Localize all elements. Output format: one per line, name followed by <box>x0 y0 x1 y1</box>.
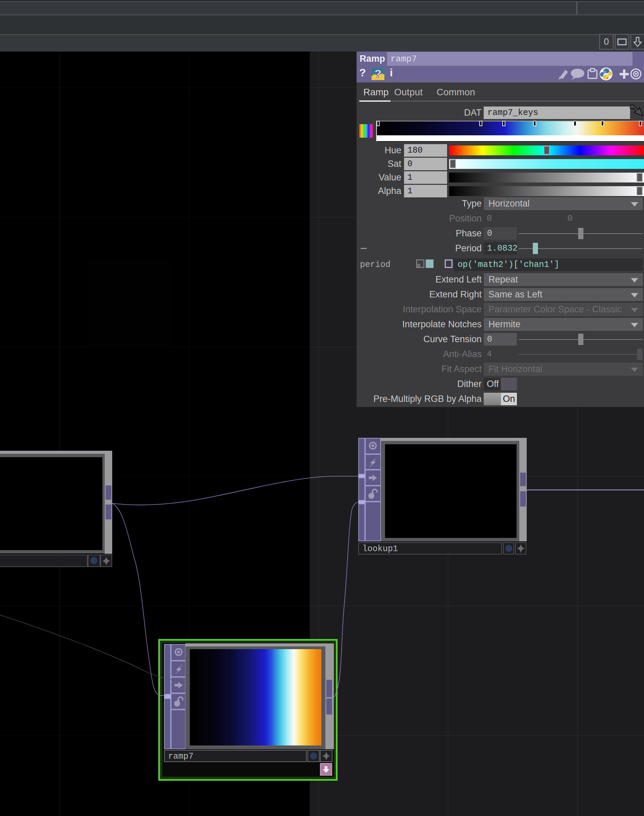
svg-text:?: ? <box>374 67 382 80</box>
